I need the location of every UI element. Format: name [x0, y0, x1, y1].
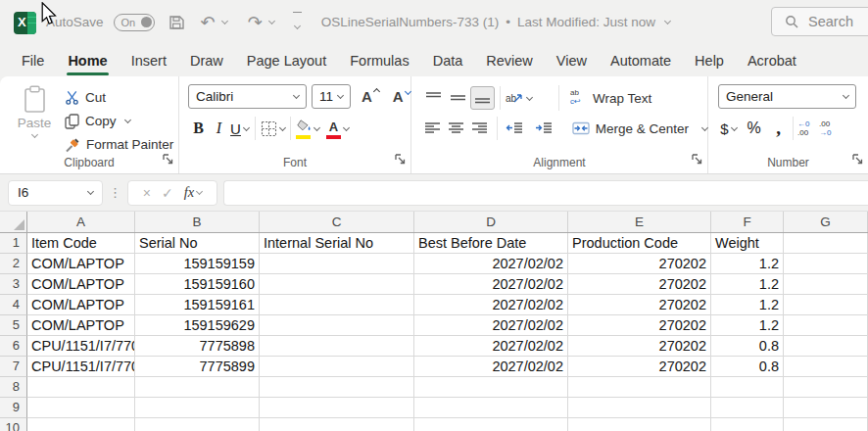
increase-indent-button[interactable]: [532, 117, 555, 140]
cell[interactable]: 270202: [568, 315, 711, 336]
cell[interactable]: COM/LAPTOP: [27, 295, 135, 315]
cell[interactable]: [568, 377, 711, 398]
cell[interactable]: 270202: [568, 254, 711, 274]
tab-draw[interactable]: Draw: [178, 44, 235, 76]
cell[interactable]: Production Code: [568, 233, 711, 254]
cell[interactable]: [135, 418, 260, 431]
tab-home[interactable]: Home: [56, 44, 119, 76]
paste-button[interactable]: Paste: [12, 85, 57, 155]
cell[interactable]: [27, 398, 135, 418]
cell[interactable]: [260, 254, 414, 274]
save-button[interactable]: [169, 15, 185, 30]
cell[interactable]: Serial No: [135, 233, 260, 254]
cell[interactable]: [568, 398, 711, 418]
cell[interactable]: 2027/02/02: [414, 357, 568, 377]
undo-button[interactable]: ↶: [201, 14, 227, 31]
tab-data[interactable]: Data: [421, 44, 475, 76]
cancel-icon[interactable]: ×: [143, 185, 151, 201]
cell[interactable]: 7775898: [135, 336, 260, 357]
column-header-C[interactable]: C: [260, 212, 414, 232]
merge-center-button[interactable]: Merge & Center: [572, 119, 707, 139]
cell[interactable]: [784, 315, 868, 336]
cell[interactable]: CPU/1151/I7/7700: [27, 336, 135, 357]
cell[interactable]: [711, 398, 784, 418]
underline-button[interactable]: U: [229, 118, 250, 139]
cell[interactable]: 0.8: [711, 336, 784, 357]
cell[interactable]: 270202: [568, 357, 711, 377]
cell[interactable]: [711, 377, 784, 398]
cell[interactable]: [135, 398, 260, 418]
column-header-E[interactable]: E: [568, 212, 711, 232]
font-name-select[interactable]: Calibri: [188, 84, 307, 109]
bold-button[interactable]: B: [188, 118, 209, 139]
cell[interactable]: [260, 357, 414, 377]
select-all-button[interactable]: [0, 212, 27, 232]
tab-automate[interactable]: Automate: [599, 44, 683, 76]
comma-style-button[interactable]: ,: [768, 118, 789, 139]
cell[interactable]: 159159160: [135, 274, 260, 295]
align-top-button[interactable]: [421, 86, 446, 110]
cell[interactable]: [784, 398, 868, 418]
cell[interactable]: [414, 418, 568, 431]
cell[interactable]: 1.2: [711, 315, 784, 336]
font-size-select[interactable]: 11: [312, 84, 351, 109]
excel-app-icon[interactable]: X: [14, 12, 36, 34]
cell[interactable]: 270202: [568, 295, 711, 315]
cell[interactable]: [784, 233, 868, 254]
font-dialog-launcher[interactable]: [395, 151, 406, 168]
formula-bar-splitter[interactable]: ⋮: [109, 185, 121, 200]
alignment-dialog-launcher[interactable]: [692, 151, 702, 168]
orientation-button[interactable]: ab: [506, 92, 545, 104]
column-header-B[interactable]: B: [135, 212, 260, 232]
cell[interactable]: 2027/02/02: [414, 254, 568, 274]
cell[interactable]: 7775899: [135, 357, 260, 377]
cell[interactable]: [27, 418, 135, 431]
cell[interactable]: 2027/02/02: [414, 274, 568, 295]
align-bottom-button[interactable]: [470, 86, 495, 110]
align-center-button[interactable]: [445, 117, 468, 140]
tab-view[interactable]: View: [545, 44, 599, 76]
italic-button[interactable]: I: [209, 118, 229, 139]
row-header-6[interactable]: 6: [0, 336, 27, 357]
tab-page-layout[interactable]: Page Layout: [235, 44, 338, 76]
column-header-F[interactable]: F: [711, 212, 784, 232]
cell[interactable]: Weight: [711, 233, 784, 254]
cell[interactable]: COM/LAPTOP: [27, 254, 135, 274]
row-header-5[interactable]: 5: [0, 315, 27, 336]
cut-button[interactable]: Cut: [65, 87, 173, 108]
format-painter-button[interactable]: Format Painter: [65, 134, 173, 155]
wrap-text-button[interactable]: ab c↩ Wrap Text: [570, 88, 651, 109]
tab-help[interactable]: Help: [683, 44, 736, 76]
customize-toolbar-button[interactable]: [293, 12, 302, 32]
cell[interactable]: [260, 295, 414, 315]
cell[interactable]: 1.2: [711, 295, 784, 315]
cell[interactable]: 159159629: [135, 315, 260, 336]
decrease-indent-button[interactable]: [503, 117, 526, 140]
last-modified-label[interactable]: Last Modified: Just now: [517, 15, 655, 29]
percent-style-button[interactable]: %: [744, 118, 764, 139]
row-header-1[interactable]: 1: [0, 233, 27, 254]
cell[interactable]: [260, 398, 414, 418]
cell[interactable]: 270202: [568, 336, 711, 357]
copy-button[interactable]: Copy: [65, 111, 173, 131]
tab-formulas[interactable]: Formulas: [338, 44, 420, 76]
cell[interactable]: [260, 377, 414, 398]
fill-color-button[interactable]: [296, 118, 319, 139]
search-input[interactable]: Search: [771, 7, 868, 36]
cell[interactable]: [784, 254, 868, 274]
cell[interactable]: [135, 377, 260, 398]
row-header-2[interactable]: 2: [0, 254, 27, 274]
redo-button[interactable]: ↷: [248, 14, 274, 31]
tab-acrobat[interactable]: Acrobat: [736, 44, 808, 76]
align-left-button[interactable]: [421, 117, 445, 140]
cell[interactable]: Internal Serial No: [260, 233, 414, 254]
cell[interactable]: [260, 336, 414, 357]
number-dialog-launcher[interactable]: [852, 151, 863, 168]
cell[interactable]: [784, 357, 868, 377]
cell[interactable]: [260, 274, 414, 295]
cell[interactable]: 0.8: [711, 357, 784, 377]
row-header-10[interactable]: 10: [0, 418, 27, 431]
insert-function-button[interactable]: fx: [184, 184, 202, 201]
cell[interactable]: [568, 418, 711, 431]
cell[interactable]: [784, 377, 868, 398]
